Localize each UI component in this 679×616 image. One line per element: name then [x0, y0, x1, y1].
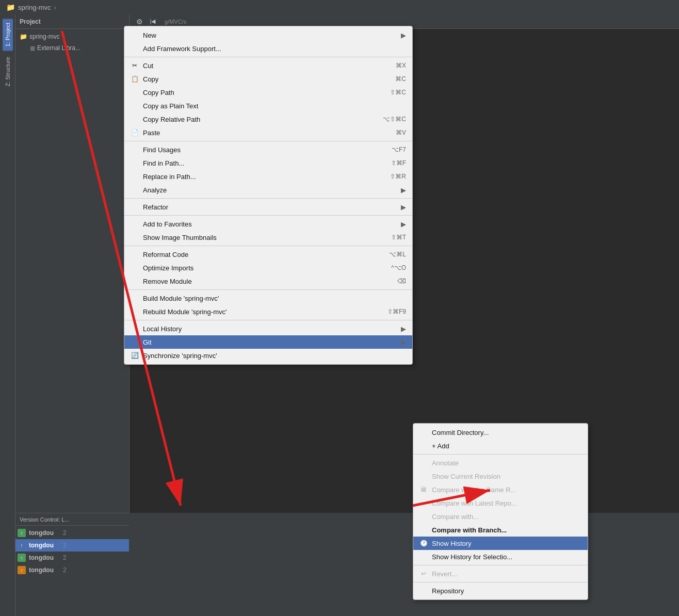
- submenu-item-icon: [419, 512, 428, 521]
- menu-item-paste[interactable]: 📄Paste⌘V: [124, 126, 412, 139]
- menu-item-remove-module[interactable]: Remove Module⌫: [124, 274, 412, 288]
- menu-item-icon-spacer: [131, 186, 139, 194]
- submenu-item-commit-dir[interactable]: Commit Directory...: [413, 426, 588, 439]
- menu-item-git[interactable]: Git▶: [124, 335, 412, 349]
- submenu-arrow-icon: ▶: [401, 186, 406, 194]
- menu-item-icon-spacer: [131, 145, 139, 154]
- vc-row[interactable]: ↑ tongdou 2: [15, 527, 129, 539]
- menu-item-find-usages[interactable]: Find Usages⌥F7: [124, 143, 412, 156]
- menu-item-rebuild[interactable]: Rebuild Module 'spring-mvc'⇧⌘F9: [124, 305, 412, 318]
- menu-separator: [124, 57, 412, 57]
- menu-item-local-history[interactable]: Local History▶: [124, 322, 412, 335]
- tree-item-spring-mvc[interactable]: 📁 spring-mvc: [15, 31, 129, 42]
- submenu-item-icon: [419, 442, 428, 450]
- menu-item-copy-plain[interactable]: Copy as Plain Text: [124, 99, 412, 112]
- menu-item-label: Local History: [143, 325, 397, 333]
- menu-item-cut[interactable]: ✂Cut⌘X: [124, 59, 412, 72]
- menu-item-label: Git: [143, 338, 397, 346]
- menu-item-label: Rebuild Module 'spring-mvc': [143, 308, 383, 316]
- menu-item-icon-spacer: [131, 159, 139, 167]
- menu-separator: [124, 215, 412, 216]
- menu-item-label: Build Module 'spring-mvc': [143, 295, 406, 302]
- submenu-item-compare-latest: Compare with Latest Repo...: [413, 496, 588, 510]
- pin-button[interactable]: |◀: [147, 17, 158, 27]
- vc-username: tongdou: [29, 542, 60, 549]
- submenu-item-show-history-sel[interactable]: Show History for Selectio...: [413, 550, 588, 563]
- project-panel: Project 📁 spring-mvc ▦ External Libra...: [15, 14, 129, 180]
- menu-item-label: Copy as Plain Text: [143, 102, 406, 110]
- menu-item-label: Add Framework Support...: [143, 45, 406, 53]
- menu-item-analyze[interactable]: Analyze▶: [124, 183, 412, 197]
- menu-separator: [124, 198, 412, 199]
- menu-item-copy[interactable]: 📋Copy⌘C: [124, 72, 412, 86]
- submenu-item-icon: [419, 472, 428, 480]
- submenu-item-compare-with: Compare with...: [413, 510, 588, 523]
- vc-panel: Version Control: L... ↑ tongdou 2 ↑ tong…: [15, 513, 129, 616]
- submenu-item-label: Repository: [432, 587, 581, 595]
- menu-item-synchronize[interactable]: 🔄Synchronize 'spring-mvc': [124, 349, 412, 362]
- menu-item-icon-spacer: [131, 338, 139, 346]
- menu-item-icon: ✂: [131, 61, 139, 70]
- menu-item-new[interactable]: New▶: [124, 28, 412, 42]
- submenu-item-compare-branch[interactable]: Compare with Branch...: [413, 523, 588, 537]
- editor-path: g/MVC/s: [165, 19, 186, 25]
- menu-item-icon-spacer: [131, 277, 139, 285]
- menu-item-icon-spacer: [131, 220, 139, 228]
- submenu-item-label: Revert...: [432, 570, 581, 578]
- submenu-separator: [413, 582, 588, 582]
- sidebar-tab-project[interactable]: 1: Project: [3, 19, 13, 51]
- menu-item-label: New: [143, 31, 397, 39]
- menu-item-shortcut: ⇧⌘F: [391, 159, 406, 167]
- submenu-arrow-icon: ▶: [401, 31, 406, 39]
- menu-item-show-thumbnails[interactable]: Show Image Thumbnails⇧⌘T: [124, 231, 412, 244]
- menu-item-add-framework[interactable]: Add Framework Support...: [124, 42, 412, 55]
- submenu-item-icon: [419, 459, 428, 467]
- title-bar: 📁 spring-mvc ›: [0, 0, 679, 14]
- menu-item-find-path[interactable]: Find in Path...⇧⌘F: [124, 156, 412, 170]
- menu-item-label: Optimize Imports: [143, 264, 387, 272]
- vc-username: tongdou: [29, 566, 60, 574]
- menu-item-label: Paste: [143, 129, 392, 137]
- sidebar-tab-structure[interactable]: Z: Structure: [3, 53, 13, 90]
- menu-item-refactor[interactable]: Refactor▶: [124, 200, 412, 214]
- menu-separator: [124, 320, 412, 320]
- menu-item-reformat[interactable]: Reformat Code⌥⌘L: [124, 248, 412, 261]
- submenu-item-icon: [419, 553, 428, 561]
- library-icon: ▦: [30, 45, 35, 52]
- menu-item-label: Find Usages: [143, 146, 387, 154]
- tree-item-label: spring-mvc: [29, 33, 60, 40]
- submenu-item-icon: [419, 428, 428, 436]
- submenu-item-icon: 🏛: [419, 485, 428, 494]
- menu-item-copy-relative[interactable]: Copy Relative Path⌥⇧⌘C: [124, 112, 412, 126]
- menu-item-label: Copy: [143, 75, 391, 83]
- menu-item-optimize[interactable]: Optimize Imports^⌥O: [124, 261, 412, 274]
- submenu-item-repository[interactable]: Repository: [413, 584, 588, 597]
- submenu-separator: [413, 454, 588, 455]
- submenu-item-label: Show History for Selectio...: [432, 553, 581, 561]
- menu-item-copy-path[interactable]: Copy Path⇧⌘C: [124, 86, 412, 99]
- vc-row[interactable]: ↑ tongdou 2: [15, 564, 129, 576]
- breadcrumb-separator: ›: [54, 4, 56, 11]
- gear-button[interactable]: ⚙: [134, 17, 145, 27]
- submenu-item-label: Compare with Branch...: [432, 526, 581, 534]
- menu-item-label: Synchronize 'spring-mvc': [143, 352, 406, 360]
- submenu-item-add[interactable]: + Add: [413, 439, 588, 452]
- menu-item-build[interactable]: Build Module 'spring-mvc': [124, 291, 412, 305]
- menu-item-add-favorites[interactable]: Add to Favorites▶: [124, 217, 412, 231]
- vc-status-icon: ↑: [18, 554, 26, 562]
- submenu-item-show-history[interactable]: 🕐Show History: [413, 537, 588, 550]
- tree-item-external-libs[interactable]: ▦ External Libra...: [15, 42, 129, 54]
- menu-item-shortcut: ⌥⌘L: [389, 251, 406, 258]
- submenu-item-label: + Add: [432, 442, 581, 450]
- vc-row[interactable]: ↑ tongdou 2: [15, 552, 129, 564]
- vc-row-selected[interactable]: ↑ tongdou 2: [15, 539, 129, 552]
- submenu-item-label: Show History: [432, 540, 581, 547]
- vc-status-icon: ↑: [18, 529, 26, 537]
- menu-item-label: Find in Path...: [143, 159, 387, 167]
- menu-separator: [124, 289, 412, 290]
- menu-item-icon: 📋: [131, 75, 139, 83]
- menu-item-replace-path[interactable]: Replace in Path...⇧⌘R: [124, 170, 412, 183]
- menu-item-icon-spacer: [131, 44, 139, 53]
- menu-item-shortcut: ⇧⌘T: [391, 234, 406, 241]
- menu-item-icon-spacer: [131, 102, 139, 110]
